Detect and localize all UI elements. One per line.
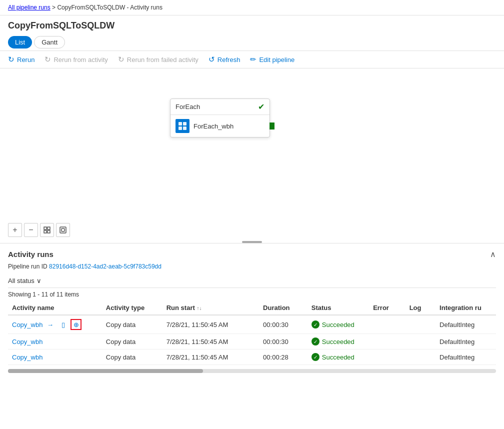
status-filter-dropdown[interactable]: All status ∨ [8, 277, 42, 284]
cell-error [369, 334, 406, 350]
activity-name-in-node: ForEach_wbh [194, 122, 234, 130]
breadcrumb-current: CopyFromSQLToSQLDW - Activity runs [57, 4, 162, 11]
table-row: Copy_wbhCopy data7/28/21, 11:50:45 AM00:… [8, 334, 496, 350]
status-text: Succeeded [322, 321, 354, 328]
status-succeeded-icon: ✓ [312, 353, 320, 361]
page-title: CopyFromSQLToSQLDW [0, 16, 504, 34]
cell-integration-runtime: DefaultInteg [436, 315, 496, 334]
status-filter-chevron: ∨ [36, 277, 42, 284]
cell-activity-type: Copy data [102, 334, 162, 350]
tab-gantt[interactable]: Gantt [34, 36, 65, 48]
edit-pipeline-label: Edit pipeline [259, 56, 294, 64]
col-header-activity-type[interactable]: Activity type [102, 301, 162, 315]
svg-rect-8 [60, 227, 66, 233]
refresh-label: Refresh [218, 56, 240, 64]
pipeline-run-id-link[interactable]: 82916d48-d152-4ad2-aeab-5c9f783c59dd [49, 263, 162, 270]
sort-icon: ↑↓ [196, 306, 202, 311]
svg-rect-7 [48, 230, 50, 233]
col-header-duration[interactable]: Duration [259, 301, 308, 315]
status-text: Succeeded [322, 354, 354, 361]
fit-to-screen-button[interactable] [40, 223, 54, 237]
col-header-run-start[interactable]: Run start ↑↓ [162, 301, 259, 315]
collapse-button[interactable]: ∧ [490, 250, 496, 259]
row-link-icon[interactable]: ⊕ [70, 319, 82, 330]
status-filter-label: All status [8, 277, 34, 284]
table-row: Copy_wbh→▯⊕Copy data7/28/21, 11:50:45 AM… [8, 315, 496, 334]
edit-pipeline-icon: ✏ [250, 55, 256, 64]
cell-integration-runtime: DefaultInteg [436, 334, 496, 350]
cell-duration: 00:00:30 [259, 315, 308, 334]
expand-button[interactable] [56, 223, 70, 237]
activity-name-link[interactable]: Copy_wbh [12, 338, 42, 346]
col-header-status[interactable]: Status [308, 301, 369, 315]
rerun-icon: ↻ [8, 55, 14, 64]
bottom-panel: Activity runs ∧ Pipeline run ID 82916d48… [0, 244, 504, 373]
cell-status: ✓Succeeded [308, 315, 369, 334]
cell-log [406, 334, 436, 350]
breadcrumb: All pipeline runs > CopyFromSQLToSQLDW -… [0, 0, 504, 16]
scrollbar-thumb [8, 369, 203, 373]
cell-status: ✓Succeeded [308, 334, 369, 350]
svg-rect-1 [183, 122, 186, 126]
node-connector [270, 122, 274, 130]
zoom-in-button[interactable]: + [8, 223, 22, 237]
filter-row: All status ∨ [8, 274, 496, 288]
col-header-log[interactable]: Log [406, 301, 436, 315]
toolbar: ↻ Rerun ↻ Rerun from activity ↻ Rerun fr… [0, 51, 504, 68]
cell-run-start: 7/28/21, 11:50:45 AM [162, 334, 259, 350]
cell-activity-name: Copy_wbh [8, 350, 102, 365]
rerun-button[interactable]: ↻ Rerun [8, 55, 34, 64]
pipeline-node-body: ForEach_wbh [170, 115, 270, 137]
cell-activity-name: Copy_wbh [8, 334, 102, 350]
canvas-area: ForEach ✔ ForEach_wbh + − [0, 68, 504, 244]
cell-activity-name: Copy_wbh→▯⊕ [8, 315, 102, 334]
cell-status: ✓Succeeded [308, 350, 369, 365]
pipeline-node-header: ForEach ✔ [170, 99, 270, 115]
svg-rect-0 [178, 122, 182, 126]
col-header-activity-name[interactable]: Activity name [8, 301, 102, 315]
panel-title: Activity runs [8, 250, 54, 258]
count-info: Showing 1 - 11 of 11 items [8, 288, 496, 301]
row-input-icon[interactable]: ▯ [58, 319, 68, 330]
rerun-from-failed-label: Rerun from failed activity [127, 56, 198, 64]
svg-rect-5 [48, 227, 50, 230]
tab-list[interactable]: List [8, 36, 32, 48]
cell-run-start: 7/28/21, 11:50:45 AM [162, 315, 259, 334]
cell-duration: 00:00:30 [259, 334, 308, 350]
cell-log [406, 315, 436, 334]
horizontal-scrollbar[interactable] [8, 369, 496, 373]
refresh-button[interactable]: ↺ Refresh [208, 55, 240, 64]
rerun-from-failed-icon: ↻ [118, 55, 124, 64]
refresh-icon: ↺ [208, 55, 215, 64]
row-run-icon[interactable]: → [44, 319, 56, 330]
all-pipeline-runs-link[interactable]: All pipeline runs [8, 4, 50, 11]
zoom-out-button[interactable]: − [24, 223, 38, 237]
rerun-label: Rerun [17, 56, 34, 64]
status-text: Succeeded [322, 338, 354, 346]
cell-run-start: 7/28/21, 11:50:45 AM [162, 350, 259, 365]
cell-error [369, 350, 406, 365]
table-row: Copy_wbhCopy data7/28/21, 11:50:45 AM00:… [8, 350, 496, 365]
cell-error [369, 315, 406, 334]
table-header-row: Activity name Activity type Run start ↑↓… [8, 301, 496, 315]
rerun-from-failed-button[interactable]: ↻ Rerun from failed activity [118, 55, 198, 64]
col-header-error[interactable]: Error [369, 301, 406, 315]
resize-handle[interactable] [242, 241, 262, 243]
breadcrumb-separator: > [52, 4, 57, 11]
edit-pipeline-button[interactable]: ✏ Edit pipeline [250, 55, 294, 64]
col-header-integration[interactable]: Integration ru [436, 301, 496, 315]
activity-icon [176, 119, 190, 133]
pipeline-node[interactable]: ForEach ✔ ForEach_wbh [170, 98, 270, 138]
panel-header: Activity runs ∧ [8, 244, 496, 263]
table-wrap: Activity name Activity type Run start ↑↓… [8, 301, 496, 365]
cell-activity-type: Copy data [102, 315, 162, 334]
cell-activity-type: Copy data [102, 350, 162, 365]
activity-name-link[interactable]: Copy_wbh [12, 354, 42, 361]
activity-name-link[interactable]: Copy_wbh [12, 321, 42, 328]
svg-rect-2 [178, 126, 182, 130]
cell-duration: 00:00:28 [259, 350, 308, 365]
rerun-from-activity-button[interactable]: ↻ Rerun from activity [44, 55, 108, 64]
pipeline-run-id-row: Pipeline run ID 82916d48-d152-4ad2-aeab-… [8, 263, 496, 274]
cell-integration-runtime: DefaultInteg [436, 350, 496, 365]
svg-rect-4 [44, 227, 46, 230]
